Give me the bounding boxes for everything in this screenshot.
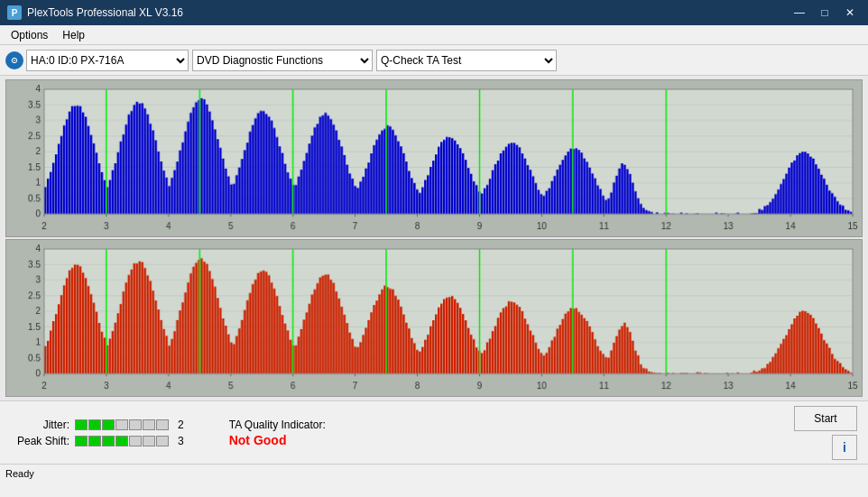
window-controls[interactable]: — □ ✕ [789,5,861,21]
maximize-button[interactable]: □ [814,5,836,21]
function-dropdown[interactable]: DVD Diagnostic Functions [192,50,373,71]
jitter-seg-5 [129,419,142,430]
peak-seg-2 [88,436,101,446]
status-text: Ready [5,468,34,479]
top-chart [5,79,863,237]
menu-bar: Options Help [0,25,868,45]
drive-icon: ⊙ [5,51,23,69]
jitter-value: 2 [178,419,184,431]
minimize-button[interactable]: — [789,5,810,21]
jitter-seg-4 [115,419,128,430]
peak-seg-6 [143,436,155,446]
toolbar: ⊙ HA:0 ID:0 PX-716A DVD Diagnostic Funct… [0,45,868,76]
peak-shift-metric: Peak Shift: 3 [11,435,184,447]
peak-shift-meter [75,436,169,446]
peak-shift-label: Peak Shift: [11,435,69,447]
jitter-label: Jitter: [11,419,69,431]
status-bar: Ready [0,464,868,482]
jitter-seg-3 [102,419,115,430]
jitter-meter [75,419,169,430]
bottom-chart [5,239,863,397]
metrics-row: Jitter: 2 Peak Shift: [11,419,184,447]
top-chart-canvas [6,80,862,236]
drive-select-area: ⊙ HA:0 ID:0 PX-716A [5,50,189,71]
peak-seg-4 [115,436,128,446]
peak-shift-value: 3 [178,435,184,447]
app-icon: P [7,5,22,20]
ta-quality-section: TA Quality Indicator: Not Good [229,419,326,447]
charts-container [0,76,868,400]
title-bar: P PlexTools Professional XL V3.16 — □ ✕ [0,0,868,25]
bottom-panel: Jitter: 2 Peak Shift: [0,400,868,464]
jitter-seg-6 [143,419,155,430]
menu-help[interactable]: Help [55,27,92,43]
ta-quality-label: TA Quality Indicator: [229,419,326,431]
jitter-seg-7 [156,419,169,430]
peak-seg-1 [75,436,88,446]
jitter-seg-1 [75,419,88,430]
bottom-chart-canvas [6,240,862,396]
peak-seg-5 [129,436,142,446]
start-button[interactable]: Start [794,406,857,431]
ta-quality-value: Not Good [229,433,287,447]
window-title: PlexTools Professional XL V3.16 [27,6,183,19]
drive-dropdown[interactable]: HA:0 ID:0 PX-716A [26,50,189,71]
peak-seg-7 [156,436,169,446]
menu-options[interactable]: Options [4,27,55,43]
jitter-metric: Jitter: 2 [11,419,184,431]
peak-seg-3 [102,436,115,446]
action-buttons: Start i [794,406,857,460]
close-button[interactable]: ✕ [839,5,861,21]
test-dropdown[interactable]: Q-Check TA Test [376,50,557,71]
info-button[interactable]: i [832,435,857,460]
jitter-seg-2 [88,419,101,430]
